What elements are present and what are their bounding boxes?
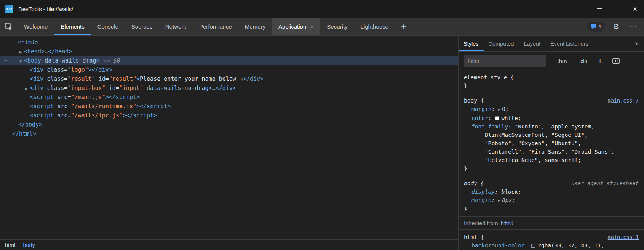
css-declaration[interactable]: margin: ▶8px; — [464, 196, 639, 205]
devtools-toolbar: WelcomeElementsConsoleSourcesNetworkPerf… — [0, 18, 644, 36]
tab-console[interactable]: Console — [91, 18, 125, 35]
dom-tree: <html>▶<head>…</head>⋯▼<body data-wails-… — [0, 36, 458, 138]
rule-selector-line: user agent stylesheetbody { — [464, 179, 639, 188]
tab-performance[interactable]: Performance — [193, 18, 238, 35]
tab-label: Sources — [131, 23, 152, 30]
more-options-button[interactable]: ⋯ — [627, 21, 639, 32]
sidebar-tab-styles[interactable]: Styles — [459, 36, 484, 51]
css-property-value: 8px; — [502, 197, 515, 203]
rule-selector-line: main.css:7body { — [464, 96, 639, 105]
tab-sources[interactable]: Sources — [125, 18, 159, 35]
toolbar-right-cluster: 1 ⚙ ⋯ — [587, 21, 644, 32]
style-rule: element.style {} — [459, 70, 644, 93]
new-style-rule-button[interactable]: + — [598, 56, 602, 66]
tab-network[interactable]: Network — [159, 18, 193, 35]
breadcrumb-item-body[interactable]: body — [23, 242, 35, 248]
node-options-icon[interactable]: ⋯ — [4, 56, 8, 65]
tree-line[interactable]: <script src="/main.js"></script> — [0, 93, 458, 102]
window-title: DevTools - file://wails/ — [18, 6, 73, 12]
css-property-value: rgba(33, 37, 43, 1); — [538, 242, 604, 248]
tab-label: Security — [327, 23, 347, 30]
tree-line[interactable]: ▶<div class="input-box" id="input" data-… — [0, 83, 458, 93]
breadcrumb: html body — [0, 239, 458, 250]
rule-selector-line: element.style { — [464, 73, 639, 82]
stylesheet-link[interactable]: main.css:1 — [608, 233, 639, 241]
maximize-icon — [615, 7, 619, 11]
expand-arrow-icon[interactable]: ▶ — [23, 84, 30, 93]
issues-counter[interactable]: 1 — [587, 22, 605, 32]
issues-chat-icon — [591, 24, 596, 29]
rule-selector: element.style — [464, 74, 507, 80]
css-property-name: background-color — [471, 242, 525, 248]
tree-line[interactable]: <div class="result" id="result">Please e… — [0, 74, 458, 83]
sidebar-tab-layout[interactable]: Layout — [519, 36, 545, 51]
tree-line[interactable]: ⋯▼<body data-wails-drag> == $0 — [0, 56, 458, 65]
minimize-button[interactable] — [590, 0, 608, 18]
computed-sidebar-toggle-button[interactable] — [612, 58, 620, 64]
close-tab-icon[interactable]: ✕ — [310, 24, 314, 29]
devtools-app-icon: </> — [5, 5, 13, 13]
gear-icon: ⚙ — [613, 22, 620, 31]
tree-line[interactable]: </html> — [0, 129, 458, 138]
css-property-name: margin — [471, 106, 491, 112]
expand-shorthand-icon[interactable]: ▶ — [498, 105, 500, 114]
settings-button[interactable]: ⚙ — [610, 21, 622, 32]
tab-label: Lighthouse — [361, 23, 388, 30]
collapse-arrow-icon[interactable]: ▼ — [17, 57, 24, 66]
style-rule: user agent stylesheetbody {display: bloc… — [459, 176, 644, 217]
filter-input[interactable] — [464, 55, 546, 67]
stylesheet-link[interactable]: main.css:7 — [608, 96, 639, 105]
tab-lighthouse[interactable]: Lighthouse — [354, 18, 395, 35]
css-property-value: white; — [501, 115, 521, 121]
tab-application[interactable]: Application✕ — [272, 18, 320, 35]
tab-label: Network — [165, 23, 186, 30]
tree-line[interactable]: ▶<head>…</head> — [0, 47, 458, 56]
sidebar-tabs: StylesComputedLayoutEvent Listeners» — [459, 36, 644, 52]
tree-line[interactable]: <script src="/wails/runtime.js"></script… — [0, 102, 458, 111]
css-declaration[interactable]: font-family: "Nunito", -apple-system, Bl… — [464, 122, 639, 164]
breadcrumb-item-html[interactable]: html — [5, 242, 15, 248]
toggle-pseudo-state-button[interactable]: :hov — [558, 58, 567, 64]
css-declaration[interactable]: color: white; — [464, 114, 639, 122]
inherited-node-link[interactable]: html — [500, 219, 514, 228]
sidebar-tab-event-listeners[interactable]: Event Listeners — [545, 36, 593, 51]
close-button[interactable]: ✕ — [626, 0, 644, 18]
tab-label: Console — [97, 23, 118, 30]
stylesheet-origin-label: user agent stylesheet — [571, 179, 639, 188]
color-swatch[interactable] — [531, 244, 535, 248]
rule-close-brace: } — [464, 205, 639, 213]
maximize-button[interactable] — [608, 0, 626, 18]
tab-elements[interactable]: Elements — [54, 18, 91, 35]
css-declaration[interactable]: display: block; — [464, 188, 639, 196]
css-declaration[interactable]: background-color: rgba(33, 37, 43, 1); — [464, 241, 639, 250]
styles-sidebar: StylesComputedLayoutEvent Listeners» :ho… — [458, 36, 644, 250]
add-tab-button[interactable]: + — [395, 18, 412, 35]
tab-memory[interactable]: Memory — [238, 18, 272, 35]
css-declaration[interactable]: margin: ▶0; — [464, 105, 639, 114]
tab-welcome[interactable]: Welcome — [18, 18, 54, 35]
color-swatch[interactable] — [495, 116, 499, 120]
tab-label: Elements — [61, 23, 85, 30]
sidebar-panel-icon — [612, 58, 620, 64]
more-sidebar-tabs-icon[interactable]: » — [630, 36, 644, 51]
inspect-element-button[interactable] — [0, 18, 18, 35]
tab-label: Performance — [199, 23, 232, 30]
more-options-icon: ⋯ — [629, 22, 637, 31]
tree-line[interactable]: <div class="logo"></div> — [0, 65, 458, 74]
tree-line[interactable]: <script src="/wails/ipc.js"></script> — [0, 111, 458, 120]
rule-selector: body — [464, 98, 477, 104]
tree-line[interactable]: <html> — [0, 38, 458, 47]
rule-selector-line: main.css:1html { — [464, 233, 639, 241]
inspect-icon — [5, 22, 13, 31]
toggle-element-classes-button[interactable]: .cls — [579, 58, 587, 64]
tab-label: Welcome — [24, 23, 48, 30]
expand-arrow-icon[interactable]: ▶ — [17, 48, 24, 57]
tree-line[interactable]: </body> — [0, 120, 458, 129]
elements-panel: <html>▶<head>…</head>⋯▼<body data-wails-… — [0, 36, 458, 250]
expand-shorthand-icon[interactable]: ▶ — [498, 196, 500, 205]
sidebar-tab-computed[interactable]: Computed — [484, 36, 519, 51]
tab-security[interactable]: Security — [320, 18, 354, 35]
rule-close-brace: } — [464, 164, 639, 173]
rule-close-brace: } — [464, 82, 639, 90]
window-controls: ✕ — [590, 0, 644, 18]
